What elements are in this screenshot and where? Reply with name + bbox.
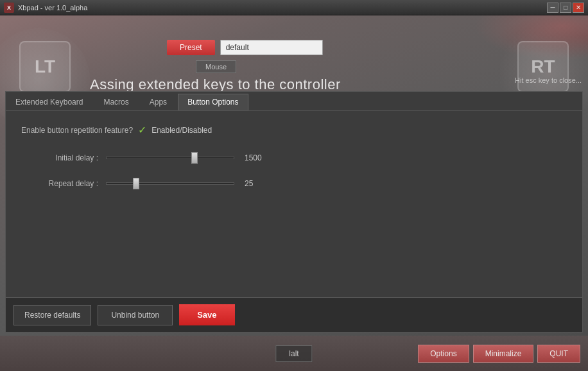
maximize-button[interactable]: □	[560, 3, 571, 13]
preset-bar: Preset default	[167, 40, 492, 55]
initial-delay-row: Initial delay : 1500	[21, 151, 567, 164]
rt-controller: RT	[505, 35, 582, 99]
footer-bar: lalt Options Minimalize QUIT	[0, 336, 588, 371]
initial-delay-slider-container	[106, 151, 234, 164]
unbind-button[interactable]: Unbind button	[98, 305, 173, 325]
app-icon: X	[4, 3, 14, 13]
bottom-action-bar: Restore defaults Unbind button Save	[6, 297, 582, 332]
enable-value: Enabled/Disabled	[151, 126, 212, 135]
app-title: Xbpad - ver 1.0_alpha	[18, 4, 87, 12]
minimalize-button[interactable]: Minimalize	[473, 345, 534, 363]
repeat-delay-slider-container	[106, 177, 234, 190]
rt-label: RT	[531, 56, 555, 77]
rt-trigger-box: RT	[517, 41, 569, 92]
esc-hint: Hit esc key to close...	[515, 76, 582, 84]
title-bar: X Xbpad - ver 1.0_alpha ─ □ ✕	[0, 0, 588, 15]
enable-label: Enable button repetition feature?	[21, 126, 133, 135]
options-button[interactable]: Options	[418, 345, 469, 363]
close-button[interactable]: ✕	[573, 3, 584, 13]
restore-defaults-button[interactable]: Restore defaults	[13, 305, 91, 325]
tab-bar: Extended Keyboard Macros Apps Button Opt…	[6, 92, 582, 111]
tab-button-options[interactable]: Button Options	[178, 94, 248, 110]
tab-macros[interactable]: Macros	[94, 94, 138, 110]
lt-controller: LT	[6, 35, 83, 99]
checkmark-icon: ✓	[138, 124, 146, 136]
title-bar-left: X Xbpad - ver 1.0_alpha	[4, 3, 87, 13]
main-panel: Extended Keyboard Macros Apps Button Opt…	[5, 91, 583, 332]
footer-center: lalt	[275, 349, 312, 358]
preset-button[interactable]: Preset	[167, 40, 215, 55]
repeat-delay-slider[interactable]	[106, 182, 234, 185]
preset-dropdown[interactable]: default	[220, 40, 323, 55]
tab-extended-keyboard[interactable]: Extended Keyboard	[6, 94, 92, 110]
enable-repetition-row: Enable button repetition feature? ✓ Enab…	[21, 124, 567, 136]
save-button[interactable]: Save	[179, 304, 234, 325]
lt-trigger-box: LT	[19, 41, 71, 92]
initial-delay-slider[interactable]	[106, 157, 234, 159]
title-bar-buttons: ─ □ ✕	[547, 3, 584, 13]
footer-center-label: lalt	[275, 345, 312, 362]
minimize-button[interactable]: ─	[547, 3, 558, 13]
main-background: LT RT Assing extended keys to the contro…	[0, 15, 588, 371]
mouse-button[interactable]: Mouse	[196, 60, 236, 73]
quit-button[interactable]: QUIT	[537, 345, 580, 363]
repeat-delay-label: Repeat delay :	[21, 179, 98, 188]
initial-delay-label: Initial delay :	[21, 153, 98, 162]
repeat-delay-row: Repeat delay : 25	[21, 177, 567, 190]
footer-right-buttons: Options Minimalize QUIT	[418, 345, 580, 363]
tab-content-button-options: Enable button repetition feature? ✓ Enab…	[6, 111, 582, 216]
initial-delay-value: 1500	[245, 153, 270, 162]
tab-apps[interactable]: Apps	[140, 94, 177, 110]
repeat-delay-value: 25	[245, 179, 270, 188]
lt-label: LT	[35, 56, 55, 77]
